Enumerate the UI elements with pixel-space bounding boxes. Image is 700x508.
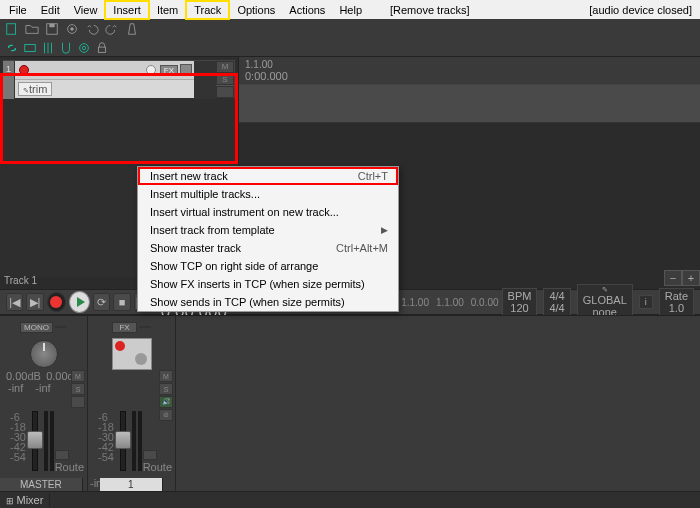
ctx-show-sends[interactable]: Show sends in TCP (when size permits)	[138, 293, 398, 311]
play-button[interactable]	[69, 291, 90, 313]
redo-icon[interactable]	[104, 21, 120, 37]
go-to-start-button[interactable]: |◀	[6, 293, 23, 311]
master-vu	[44, 411, 48, 471]
selection-length[interactable]: 0.0.00	[471, 297, 499, 308]
snap-icon[interactable]	[58, 40, 74, 56]
metronome-icon[interactable]	[124, 21, 140, 37]
menu-view[interactable]: View	[67, 2, 105, 18]
ctx-insert-multiple-tracks[interactable]: Insert multiple tracks...	[138, 185, 398, 203]
mixer-panel: MONO 0.00dB0.00dB -inf-inf M S -6-18-30-…	[0, 315, 700, 491]
trim-button[interactable]: ✎trim	[18, 82, 52, 96]
track1-solo-button[interactable]: S	[159, 383, 173, 395]
ctx-show-tcp-right[interactable]: Show TCP on right side of arrange	[138, 257, 398, 275]
ctx-show-fx-inserts[interactable]: Show FX inserts in TCP (when size permit…	[138, 275, 398, 293]
track1-tab[interactable]: 1	[100, 478, 163, 491]
master-solo-button[interactable]: S	[71, 383, 85, 395]
track1-fx-button[interactable]: FX	[112, 322, 136, 333]
master-tab[interactable]: MASTER	[0, 478, 83, 491]
track-lane[interactable]	[239, 85, 700, 123]
track1-strip: FX M S 🔊 ⊘ -6-18-30-42-54 Route -inf-inf	[88, 316, 176, 491]
ctx-insert-virtual-instrument[interactable]: Insert virtual instrument on new track..…	[138, 203, 398, 221]
track1-mute-button[interactable]: M	[159, 370, 173, 382]
master-vu-2	[50, 411, 54, 471]
open-icon[interactable]	[24, 21, 40, 37]
svg-rect-5	[25, 44, 36, 51]
track-knob[interactable]	[146, 65, 156, 75]
ctx-insert-new-track[interactable]: Insert new trackCtrl+T	[138, 167, 398, 185]
playrate-box[interactable]: Rate1.0	[659, 288, 694, 316]
svg-point-7	[80, 43, 89, 52]
repeat-button[interactable]: ⟳	[93, 293, 110, 311]
grid-icon[interactable]	[40, 40, 56, 56]
selection-start[interactable]: 1.1.00	[401, 297, 429, 308]
new-project-icon[interactable]	[4, 21, 20, 37]
route-button[interactable]	[180, 64, 192, 76]
track1-rec-dot[interactable]	[115, 341, 125, 351]
menubar: File Edit View Insert Item Track Options…	[0, 0, 700, 19]
track1-fader-area: -6-18-30-42-54	[98, 411, 148, 471]
svg-rect-8	[99, 47, 106, 52]
selection-end[interactable]: 1.1.00	[436, 297, 464, 308]
menu-actions[interactable]: Actions	[282, 2, 332, 18]
record-arm-button[interactable]	[19, 65, 29, 75]
track1-vu-2	[138, 411, 142, 471]
track1-pan-area[interactable]	[112, 338, 152, 370]
timeline-ruler[interactable]: 1.1.00 0:00.000	[239, 57, 700, 85]
stop-button[interactable]: ■	[113, 293, 130, 311]
envelope-icon[interactable]	[22, 40, 38, 56]
go-to-end-button[interactable]: ▶|	[26, 293, 43, 311]
track1-fader[interactable]	[115, 431, 131, 449]
mixer-toggle[interactable]: ⊞ Mixer	[0, 493, 50, 507]
menu-remove-tracks[interactable]: [Remove tracks]	[383, 2, 476, 18]
info-button[interactable]: i	[639, 295, 653, 309]
track-solo-button[interactable]: S	[216, 74, 234, 86]
link-icon[interactable]	[4, 40, 20, 56]
fader-scale: -6-18-30-42-54	[10, 411, 28, 471]
master-strip: MONO 0.00dB0.00dB -inf-inf M S -6-18-30-…	[0, 316, 88, 491]
context-menu: Insert new trackCtrl+T Insert multiple t…	[137, 166, 399, 312]
master-route[interactable]: Route	[55, 450, 84, 473]
lock-icon[interactable]	[94, 40, 110, 56]
ruler-bars: 1.1.00	[245, 59, 694, 70]
master-fader[interactable]	[27, 431, 43, 449]
menu-options[interactable]: Options	[230, 2, 282, 18]
ctx-insert-from-template[interactable]: Insert track from template▶	[138, 221, 398, 239]
track-extra-button[interactable]	[216, 86, 234, 98]
track-header[interactable]: 1 FX ✎trim M S	[3, 60, 235, 98]
menu-insert[interactable]: Insert	[104, 0, 150, 20]
track-number[interactable]: 1	[3, 61, 15, 99]
track-lower-row: ✎trim	[15, 79, 194, 98]
track1-vu	[132, 411, 136, 471]
track1-route[interactable]: Route	[143, 450, 172, 473]
bpm-box[interactable]: BPM120	[502, 288, 538, 316]
ripple-icon[interactable]	[76, 40, 92, 56]
settings-icon[interactable]	[64, 21, 80, 37]
master-env-button[interactable]	[71, 396, 85, 408]
fader-scale: -6-18-30-42-54	[98, 411, 116, 471]
timesig-box[interactable]: 4/44/4	[543, 288, 570, 316]
fx-button[interactable]: FX	[160, 65, 178, 76]
menu-help[interactable]: Help	[332, 2, 369, 18]
master-extra-button[interactable]	[55, 326, 67, 328]
track-main-row: FX	[15, 61, 194, 79]
menu-track[interactable]: Track	[185, 0, 230, 20]
track1-phase-button[interactable]: ⊘	[159, 409, 173, 421]
menu-edit[interactable]: Edit	[34, 2, 67, 18]
mono-button[interactable]: MONO	[20, 322, 53, 333]
menu-item[interactable]: Item	[150, 2, 185, 18]
track1-pan-knob[interactable]	[135, 353, 147, 365]
track1-route-button[interactable]	[139, 326, 151, 328]
audio-device-status: [audio device closed]	[589, 4, 698, 16]
record-button[interactable]	[47, 292, 66, 312]
menu-file[interactable]: File	[2, 2, 34, 18]
svg-point-4	[70, 27, 74, 31]
master-pan-knob[interactable]	[30, 340, 58, 368]
master-mute-button[interactable]: M	[71, 370, 85, 382]
save-icon[interactable]	[44, 21, 60, 37]
track1-monitor-button[interactable]: 🔊	[159, 396, 173, 408]
master-fader-area: -6-18-30-42-54	[10, 411, 60, 471]
track-mute-button[interactable]: M	[216, 61, 234, 73]
undo-icon[interactable]	[84, 21, 100, 37]
toolbar-main	[0, 19, 700, 39]
ctx-show-master-track[interactable]: Show master trackCtrl+Alt+M	[138, 239, 398, 257]
